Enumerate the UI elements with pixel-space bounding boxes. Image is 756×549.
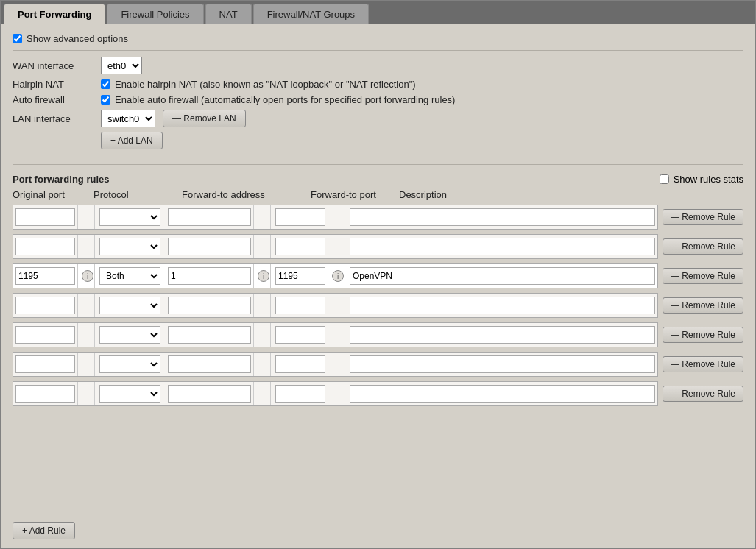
rule-cell-protocol: BothTCPUDP (97, 264, 163, 288)
rule-info-icon-3 (331, 382, 345, 405)
fwd-addr-input[interactable] (168, 267, 251, 285)
remove-rule-button[interactable]: — Remove Rule (663, 209, 743, 225)
rule-info-icon-3 (331, 323, 345, 347)
desc-input[interactable] (350, 326, 655, 344)
rules-section: Port forwarding rules Show rules stats O… (13, 174, 743, 539)
rule-cell-original-port (13, 323, 78, 347)
info-icon[interactable]: i (82, 270, 93, 282)
fwd-port-input[interactable] (275, 208, 325, 226)
protocol-select[interactable]: BothTCPUDP (99, 208, 160, 226)
protocol-select[interactable]: BothTCPUDP (99, 326, 160, 344)
rule-cell-fwd-port (273, 205, 328, 229)
remove-rule-button[interactable]: — Remove Rule (663, 386, 743, 402)
rule-cell-original-port (13, 382, 78, 405)
original-port-input[interactable] (15, 355, 75, 373)
tab-nat[interactable]: NAT (205, 4, 252, 24)
remove-lan-button[interactable]: — Remove LAN (163, 110, 246, 127)
original-port-input[interactable] (15, 326, 75, 344)
remove-rule-button[interactable]: — Remove Rule (663, 297, 743, 314)
original-port-input[interactable] (15, 208, 75, 226)
wan-interface-select[interactable]: eth0 eth1 eth2 (101, 57, 142, 74)
col-header-fwd-address: Forward-to address (182, 189, 311, 200)
tab-port-forwarding[interactable]: Port Forwarding (4, 4, 105, 24)
rule-cell-fwd-port (273, 382, 328, 405)
desc-input[interactable] (350, 208, 655, 226)
wan-interface-row: WAN interface eth0 eth1 eth2 (13, 57, 743, 74)
fwd-port-input[interactable] (275, 355, 325, 373)
auto-firewall-checkbox[interactable] (101, 95, 110, 105)
protocol-select[interactable]: BothTCPUDP (99, 267, 160, 285)
fwd-addr-input[interactable] (168, 326, 251, 344)
remove-rule-button[interactable]: — Remove Rule (663, 327, 743, 343)
rule-cell-fwd-port (273, 235, 328, 258)
fwd-port-input[interactable] (275, 326, 325, 344)
rule-info-icon-1[interactable]: i (80, 264, 95, 288)
fwd-port-input[interactable] (275, 238, 325, 255)
remove-rule-button[interactable]: — Remove Rule (663, 356, 743, 372)
fwd-addr-input[interactable] (168, 385, 251, 403)
rule-cell-fwd-port (273, 264, 328, 288)
show-advanced-checkbox[interactable] (13, 34, 22, 43)
original-port-input[interactable] (15, 267, 75, 285)
desc-input[interactable] (350, 238, 655, 255)
hairpin-nat-checkbox[interactable] (101, 79, 110, 89)
rule-cell-desc (347, 353, 657, 376)
protocol-select[interactable]: BothTCPUDP (99, 355, 160, 373)
fwd-addr-input[interactable] (168, 297, 251, 314)
rule-cell-fwd-addr (166, 323, 254, 347)
rule-cell-original-port (13, 205, 78, 229)
original-port-input[interactable] (15, 385, 75, 403)
fwd-port-input[interactable] (275, 385, 325, 403)
desc-input[interactable] (350, 385, 655, 403)
protocol-select[interactable]: BothTCPUDP (99, 385, 160, 403)
show-stats-label[interactable]: Show rules stats (674, 174, 743, 185)
hairpin-nat-description[interactable]: Enable hairpin NAT (also known as "NAT l… (115, 79, 416, 90)
fwd-port-input[interactable] (275, 267, 325, 285)
rule-cell-desc (347, 382, 657, 405)
table-row: BothTCPUDP — Remove Rule (13, 205, 743, 230)
auto-firewall-label: Auto firewall (13, 94, 93, 105)
lan-interface-row: LAN interface switch0 eth1 br0 — Remove … (13, 110, 743, 127)
col-header-description: Description (399, 189, 447, 200)
show-advanced-label[interactable]: Show advanced options (27, 33, 128, 44)
lan-interface-label: LAN interface (13, 113, 93, 124)
protocol-select[interactable]: BothTCPUDP (99, 297, 160, 314)
info-icon[interactable]: i (258, 270, 269, 282)
rule-info-icon-3 (331, 205, 345, 229)
form-section: WAN interface eth0 eth1 eth2 Hairpin NAT… (13, 57, 743, 155)
fwd-addr-input[interactable] (168, 355, 251, 373)
tab-firewall-policies[interactable]: Firewall Policies (107, 4, 203, 24)
info-icon[interactable]: i (332, 270, 344, 282)
fwd-addr-input[interactable] (168, 238, 251, 255)
auto-firewall-description[interactable]: Enable auto firewall (automatically open… (115, 94, 455, 105)
rule-fields: BothTCPUDP (13, 205, 658, 230)
tab-firewall-nat-groups[interactable]: Firewall/NAT Groups (253, 4, 369, 24)
fwd-port-input[interactable] (275, 297, 325, 314)
remove-rule-button[interactable]: — Remove Rule (663, 268, 743, 284)
desc-input[interactable] (350, 267, 655, 285)
desc-input[interactable] (350, 355, 655, 373)
add-rule-button[interactable]: + Add Rule (13, 522, 75, 539)
rules-title: Port forwarding rules (13, 174, 109, 185)
original-port-input[interactable] (15, 297, 75, 314)
rule-info-icon-2 (256, 205, 271, 229)
rule-info-icon-2 (256, 353, 271, 376)
show-stats-checkbox[interactable] (660, 174, 669, 184)
main-container: Port Forwarding Firewall Policies NAT Fi… (0, 0, 756, 549)
rule-info-icon-3[interactable]: i (331, 264, 345, 288)
rule-cell-original-port (13, 235, 78, 258)
rule-info-icon-2 (256, 235, 271, 258)
rule-cell-original-port (13, 353, 78, 376)
protocol-select[interactable]: BothTCPUDP (99, 238, 160, 255)
rule-info-icon-2[interactable]: i (256, 264, 271, 288)
column-headers: Original port Protocol Forward-to addres… (13, 188, 743, 202)
hairpin-nat-checkbox-row: Enable hairpin NAT (also known as "NAT l… (101, 79, 416, 90)
lan-interface-select[interactable]: switch0 eth1 br0 (101, 110, 155, 127)
desc-input[interactable] (350, 297, 655, 314)
fwd-addr-input[interactable] (168, 208, 251, 226)
remove-rule-button[interactable]: — Remove Rule (663, 238, 743, 255)
auto-firewall-row: Auto firewall Enable auto firewall (auto… (13, 94, 743, 105)
original-port-input[interactable] (15, 238, 75, 255)
add-lan-button[interactable]: + Add LAN (101, 132, 163, 149)
rule-cell-desc (347, 294, 657, 317)
